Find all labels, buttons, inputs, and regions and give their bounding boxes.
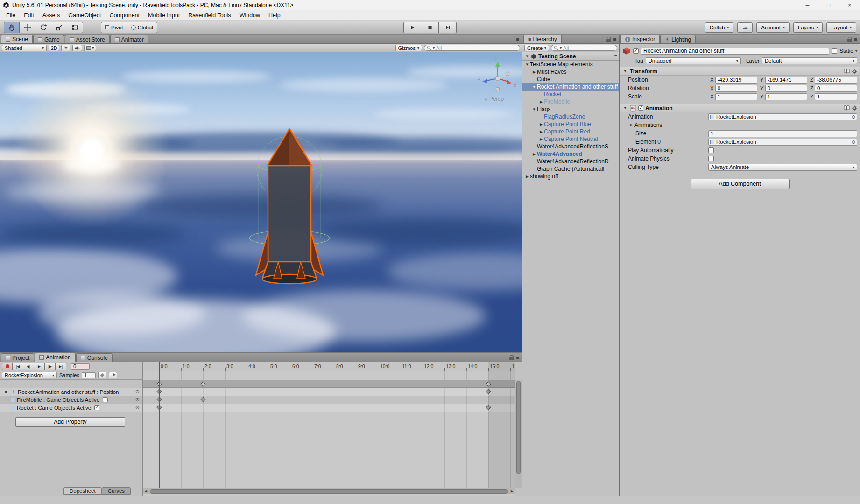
menu-item-edit[interactable]: Edit bbox=[20, 10, 38, 21]
menu-item-component[interactable]: Component bbox=[105, 10, 144, 21]
tab-scene[interactable]: Scene bbox=[1, 35, 33, 43]
hierarchy-item[interactable]: Cube bbox=[522, 76, 619, 83]
gear-icon[interactable] bbox=[852, 105, 857, 111]
hierarchy-item[interactable]: ▶Capture Point Red bbox=[522, 128, 619, 135]
scene-search-input[interactable]: ▾All bbox=[424, 45, 520, 51]
hierarchy-item[interactable]: ▶Capture Point Neutral bbox=[522, 135, 619, 143]
transform-rotation-y-field[interactable]: 0 bbox=[765, 85, 807, 92]
menu-item-gameobject[interactable]: GameObject bbox=[64, 10, 105, 21]
animation-timeline[interactable]: 0:01:02:03:04:05:06:07:08:09:010:011:012… bbox=[143, 362, 515, 496]
lock-icon[interactable] bbox=[606, 39, 611, 42]
hierarchy-item[interactable]: ▶FireMobile bbox=[522, 98, 619, 105]
scrollbar-thumb[interactable] bbox=[150, 489, 508, 494]
hierarchy-item[interactable]: Rocket bbox=[522, 91, 619, 98]
timeline-ruler[interactable]: 0:01:02:03:04:05:06:07:08:09:010:011:012… bbox=[143, 362, 515, 371]
menu-item-file[interactable]: File bbox=[2, 10, 20, 21]
anim-play-button[interactable]: ▶ bbox=[34, 363, 45, 370]
add-event-button[interactable] bbox=[109, 372, 117, 378]
step-button[interactable] bbox=[439, 22, 457, 33]
track-value-checkbox[interactable] bbox=[103, 397, 108, 402]
previous-key-button[interactable]: ◀| bbox=[23, 363, 34, 370]
samples-field[interactable]: 1 bbox=[82, 372, 96, 378]
menu-item-assets[interactable]: Assets bbox=[38, 10, 64, 21]
animations-foldout-row[interactable]: ▼ Animations bbox=[620, 121, 860, 129]
foldout-icon[interactable]: ▶ bbox=[524, 175, 530, 179]
timeline-vertical-scrollbar[interactable] bbox=[515, 380, 522, 488]
tab-animation[interactable]: Animation bbox=[35, 353, 75, 362]
playhead[interactable] bbox=[159, 362, 160, 488]
gizmos-dropdown[interactable]: Gizmos▾ bbox=[395, 45, 422, 51]
foldout-icon[interactable]: ▶ bbox=[538, 122, 544, 126]
lock-icon[interactable] bbox=[509, 357, 514, 360]
gear-icon[interactable] bbox=[852, 69, 857, 74]
tab-asset-store[interactable]: Asset Store bbox=[65, 35, 110, 43]
hierarchy-item[interactable]: ▶Must Haves bbox=[522, 68, 619, 76]
scene-viewport[interactable]: y x z ◄Persp bbox=[0, 52, 522, 352]
menu-item-help[interactable]: Help bbox=[264, 10, 285, 21]
scroll-right-arrow[interactable]: ▶ bbox=[509, 488, 515, 494]
scene-options-icon[interactable]: ≡ bbox=[614, 54, 617, 59]
scale-tool-button[interactable] bbox=[51, 22, 67, 33]
transform-scale-x-field[interactable]: 1 bbox=[715, 93, 757, 100]
draw-mode-dropdown[interactable]: Shaded▾ bbox=[2, 45, 47, 51]
curves-tab[interactable]: Curves bbox=[102, 487, 131, 495]
timeline-horizontal-scrollbar[interactable]: ◀ ▶ bbox=[143, 488, 515, 494]
lock-icon[interactable] bbox=[847, 39, 852, 42]
hierarchy-search-input[interactable]: ▾All bbox=[551, 45, 617, 51]
2d-toggle-button[interactable]: 2D bbox=[49, 45, 59, 51]
move-tool-button[interactable] bbox=[20, 22, 35, 33]
tab-console[interactable]: Console bbox=[76, 353, 113, 362]
track-value-checkbox[interactable]: ✓ bbox=[94, 405, 99, 410]
gizmo-center-sphere[interactable] bbox=[495, 76, 500, 81]
animate-physics-checkbox[interactable] bbox=[708, 156, 714, 161]
account-dropdown[interactable]: Account▾ bbox=[756, 22, 790, 33]
first-frame-button[interactable]: |◀ bbox=[13, 363, 23, 370]
collab-dropdown[interactable]: Collab▾ bbox=[705, 22, 734, 33]
help-book-icon[interactable] bbox=[844, 69, 850, 74]
pane-menu-icon[interactable]: ≡ bbox=[854, 37, 857, 42]
hierarchy-item[interactable]: ▼Flags bbox=[522, 105, 619, 113]
animation-component-header[interactable]: ▼ ✓ Animation bbox=[620, 104, 860, 112]
foldout-icon[interactable]: ▶ bbox=[531, 70, 537, 74]
scene-effects-dropdown[interactable]: ▾ bbox=[84, 45, 96, 51]
gizmo-negative-axis-sphere[interactable] bbox=[496, 87, 500, 91]
clip-dropdown[interactable]: RocketExplosion▾ bbox=[2, 372, 57, 378]
element0-object-field[interactable]: RocketExplosion⊙ bbox=[708, 139, 857, 146]
track-label-row[interactable]: ▶✛Rocket Animation and other stuff : Pos… bbox=[0, 388, 142, 396]
static-dropdown-icon[interactable]: ▾ bbox=[855, 49, 857, 53]
track-options-button[interactable]: ⊙ bbox=[135, 405, 140, 411]
scene-header-row[interactable]: ▼ Testing Scene ≡ bbox=[522, 52, 619, 61]
tag-dropdown[interactable]: Untagged▾ bbox=[646, 57, 741, 64]
transform-position-y-field[interactable]: -169.1471 bbox=[765, 77, 807, 84]
track-keys-row[interactable] bbox=[143, 388, 515, 396]
current-frame-field[interactable]: 0 bbox=[71, 363, 90, 370]
tab-project[interactable]: Project bbox=[1, 353, 34, 362]
animation-clip-object-field[interactable]: RocketExplosion⊙ bbox=[708, 113, 857, 120]
scroll-left-arrow[interactable]: ◀ bbox=[143, 488, 149, 494]
help-book-icon[interactable] bbox=[844, 105, 850, 111]
animations-size-field[interactable]: 1 bbox=[708, 130, 857, 137]
foldout-icon[interactable]: ▼ bbox=[622, 106, 628, 110]
scrollbar-thumb[interactable] bbox=[516, 381, 521, 474]
track-keys-row[interactable] bbox=[143, 396, 515, 404]
foldout-icon[interactable]: ▶ bbox=[538, 100, 544, 104]
menu-item-ravenfield-tools[interactable]: Ravenfield Tools bbox=[184, 10, 235, 21]
keyframe-diamond[interactable] bbox=[200, 397, 205, 402]
pause-button[interactable] bbox=[421, 22, 439, 33]
play-button[interactable] bbox=[403, 22, 421, 33]
culling-type-dropdown[interactable]: Always Animate▾ bbox=[708, 164, 857, 171]
foldout-icon[interactable]: ▶ bbox=[531, 152, 537, 156]
add-keyframe-button[interactable] bbox=[98, 372, 106, 378]
keyframe-diamond[interactable] bbox=[486, 405, 491, 410]
scene-lighting-toggle[interactable]: ☀ bbox=[61, 45, 70, 51]
foldout-icon[interactable]: ▼ bbox=[628, 123, 634, 127]
dopesheet-tab[interactable]: Dopesheet bbox=[63, 487, 102, 495]
track-label-row[interactable]: Rocket : Game Object.Is Active✓⊙ bbox=[0, 404, 142, 412]
keyframe-diamond[interactable] bbox=[486, 389, 491, 394]
transform-component-header[interactable]: ▼ Transform bbox=[620, 67, 860, 76]
hierarchy-item[interactable]: ▼Rocket Animation and other stuff bbox=[522, 83, 619, 91]
maximize-button[interactable]: □ bbox=[818, 0, 839, 10]
scene-audio-toggle[interactable] bbox=[72, 45, 82, 51]
transform-scale-y-field[interactable]: 1 bbox=[765, 93, 807, 100]
foldout-icon[interactable]: ▼ bbox=[524, 54, 530, 58]
